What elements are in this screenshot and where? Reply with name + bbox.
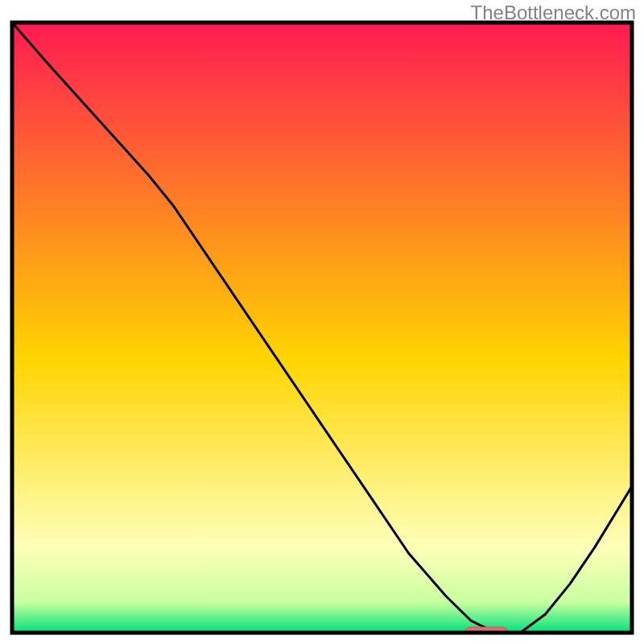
gradient-background bbox=[12, 23, 632, 633]
watermark-text: TheBottleneck.com bbox=[471, 2, 636, 24]
bottleneck-chart bbox=[0, 0, 644, 644]
chart-stage: TheBottleneck.com bbox=[0, 0, 644, 644]
